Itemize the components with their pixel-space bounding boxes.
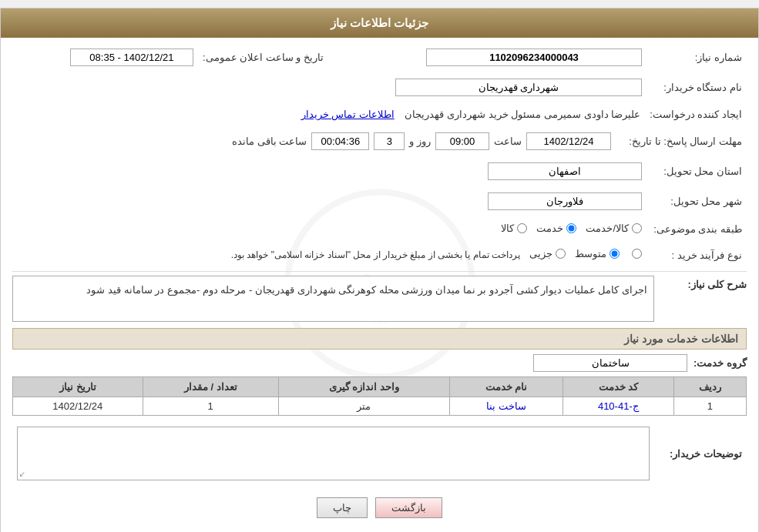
col-qty: تعداد / مقدار bbox=[143, 377, 278, 397]
need-number-label: شماره نیاز: bbox=[646, 45, 747, 69]
description-section-title: شرح کلی نیاز: bbox=[654, 276, 747, 290]
buttons-row: بازگشت چاپ bbox=[12, 490, 747, 526]
description-section: شرح کلی نیاز: اجرای کامل عملیات دیوار کش… bbox=[12, 276, 747, 322]
print-button[interactable]: چاپ bbox=[317, 497, 368, 518]
province-label: استان محل تحویل: bbox=[646, 159, 747, 183]
creator-label: ایجاد کننده درخواست: bbox=[645, 105, 747, 123]
city-row: شهر محل تحویل: bbox=[12, 189, 747, 213]
cell-qty: 1 bbox=[143, 397, 278, 416]
cell-name: ساخت بنا bbox=[450, 397, 563, 416]
deadline-date-input[interactable] bbox=[526, 132, 611, 150]
category-kala[interactable]: کالا bbox=[501, 223, 527, 234]
page-title: جزئیات اطلاعات نیاز bbox=[331, 16, 428, 29]
org-name-input[interactable] bbox=[395, 79, 642, 96]
cell-unit: متر bbox=[278, 397, 449, 416]
page-wrapper: جزئیات اطلاعات نیاز Ana Tender .net شمار… bbox=[0, 8, 759, 532]
table-row: 1 ج-41-410 ساخت بنا متر 1 1402/12/24 bbox=[13, 397, 747, 416]
purchase-type-partial[interactable]: جزیی bbox=[529, 248, 566, 259]
content-container: Ana Tender .net شماره نیاز: تاریخ و ساعت… bbox=[1, 38, 758, 532]
services-table: ردیف کد خدمت نام خدمت واحد اندازه گیری ت… bbox=[12, 376, 747, 416]
deadline-remaining-label: ساعت باقی مانده bbox=[232, 136, 307, 147]
category-row: طبقه بندی موضوعی: کالا/خدمت خدمت bbox=[12, 219, 747, 239]
description-content: اجرای کامل عملیات دیوار کشی آجردو بر نما… bbox=[12, 276, 654, 322]
buyer-note-row: توضیحات خریدار: ↘ bbox=[12, 423, 747, 483]
date-input[interactable] bbox=[70, 49, 193, 66]
col-row: ردیف bbox=[673, 377, 746, 397]
province-row: استان محل تحویل: bbox=[12, 159, 747, 183]
org-name-row: نام دستگاه خریدار: bbox=[12, 75, 747, 99]
deadline-time-label: ساعت bbox=[494, 136, 522, 147]
col-name: نام خدمت bbox=[450, 377, 563, 397]
purchase-type-row: نوع فرآیند خرید : متوسط bbox=[12, 245, 747, 265]
description-box: اجرای کامل عملیات دیوار کشی آجردو بر نما… bbox=[12, 276, 654, 322]
deadline-row: مهلت ارسال پاسخ: تا تاریخ: ساعت روز و سا… bbox=[12, 129, 747, 153]
category-options: کالا/خدمت خدمت کالا bbox=[501, 223, 642, 234]
col-unit: واحد اندازه گیری bbox=[278, 377, 449, 397]
purchase-notice: پرداخت تمام یا بخشی از مبلغ خریدار از مح… bbox=[228, 248, 523, 262]
buyer-note-label: توضیحات خریدار: bbox=[654, 423, 747, 483]
col-code: کد خدمت bbox=[563, 377, 673, 397]
service-group-row: گروه خدمت: bbox=[12, 354, 747, 372]
category-kala-khedmat[interactable]: کالا/خدمت bbox=[586, 223, 642, 234]
purchase-type-label: نوع فرآیند خرید : bbox=[646, 245, 747, 265]
need-number-row: شماره نیاز: تاریخ و ساعت اعلان عمومی: bbox=[12, 45, 747, 69]
service-group-input[interactable] bbox=[533, 354, 687, 372]
buyer-note-box[interactable]: ↘ bbox=[17, 427, 650, 480]
deadline-time-input[interactable] bbox=[435, 132, 489, 150]
services-section-title: اطلاعات خدمات مورد نیاز bbox=[12, 328, 747, 350]
city-label: شهر محل تحویل: bbox=[646, 189, 747, 213]
contact-link[interactable]: اطلاعات تماس خریدار bbox=[301, 109, 395, 120]
deadline-days-label: روز و bbox=[409, 136, 431, 147]
service-group-label: گروه خدمت: bbox=[694, 357, 747, 369]
cell-date: 1402/12/24 bbox=[13, 397, 143, 416]
resize-indicator: ↘ bbox=[19, 470, 25, 478]
col-date: تاریخ نیاز bbox=[13, 377, 143, 397]
deadline-remaining-input[interactable] bbox=[311, 132, 369, 150]
province-input[interactable] bbox=[488, 162, 642, 180]
cell-code: ج-41-410 bbox=[563, 397, 673, 416]
org-name-label: نام دستگاه خریدار: bbox=[646, 75, 747, 99]
form-area: شماره نیاز: تاریخ و ساعت اعلان عمومی: نا… bbox=[1, 38, 758, 532]
back-button[interactable]: بازگشت bbox=[375, 497, 442, 518]
deadline-days-input[interactable] bbox=[374, 132, 405, 150]
purchase-type-medium[interactable]: متوسط bbox=[575, 248, 620, 259]
creator-value: علیرضا داودی سمیرمی مسئول خرید شهرداری ق… bbox=[405, 109, 640, 120]
category-label: طبقه بندی موضوعی: bbox=[646, 219, 747, 239]
date-label: تاریخ و ساعت اعلان عمومی: bbox=[198, 45, 331, 69]
city-input[interactable] bbox=[488, 192, 642, 210]
cell-row: 1 bbox=[673, 397, 746, 416]
purchase-type-3[interactable] bbox=[629, 249, 642, 259]
category-khedmat[interactable]: خدمت bbox=[536, 223, 576, 234]
description-text: اجرای کامل عملیات دیوار کشی آجردو بر نما… bbox=[86, 284, 647, 296]
need-number-input[interactable] bbox=[426, 49, 642, 66]
page-header: جزئیات اطلاعات نیاز bbox=[1, 8, 758, 38]
deadline-label: مهلت ارسال پاسخ: تا تاریخ: bbox=[616, 129, 747, 153]
creator-row: ایجاد کننده درخواست: علیرضا داودی سمیرمی… bbox=[12, 105, 747, 123]
purchase-type-options: متوسط جزیی bbox=[529, 248, 642, 259]
